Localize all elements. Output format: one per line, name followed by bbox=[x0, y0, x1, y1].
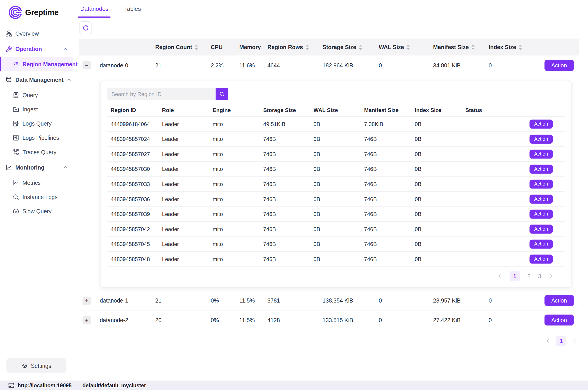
server-url[interactable]: http://localhost:19095 bbox=[18, 382, 71, 389]
region-action-button[interactable]: Action bbox=[530, 134, 553, 143]
sidebar: Greptime Overview bbox=[0, 0, 73, 381]
region-id-cell: 4483945857036 bbox=[111, 196, 162, 202]
sidebar-section-operation[interactable]: Operation bbox=[0, 41, 73, 57]
brand-logo[interactable]: Greptime bbox=[0, 0, 73, 26]
region-id-cell: 4483945857024 bbox=[111, 136, 162, 142]
datanode-row-1: + datanode-1 21 0% 11.5% 3781 138.354 Ki… bbox=[79, 291, 580, 310]
header-index-size[interactable]: Index Size bbox=[489, 44, 544, 50]
header-label: Region Rows bbox=[267, 44, 303, 50]
index-size-cell: 0B bbox=[415, 226, 466, 232]
search-icon bbox=[219, 91, 225, 97]
cluster-name[interactable]: default/default_mycluster bbox=[83, 382, 146, 389]
engine-cell: mito bbox=[213, 166, 263, 172]
header-region-count[interactable]: Region Count bbox=[155, 44, 211, 50]
datanodes-pagination: 1 bbox=[79, 330, 580, 346]
engine-cell: mito bbox=[213, 241, 263, 247]
tab-datanodes[interactable]: Datanodes bbox=[80, 6, 108, 18]
header-region-rows[interactable]: Region Rows bbox=[267, 44, 323, 50]
header-region-id: Region ID bbox=[111, 107, 162, 113]
sidebar-item-logs-pipelines[interactable]: Logs Pipelines bbox=[0, 131, 73, 145]
sidebar-item-label: Slow Query bbox=[23, 208, 52, 214]
region-action-button[interactable]: Action bbox=[530, 119, 553, 129]
region-search-button[interactable] bbox=[216, 88, 228, 100]
region-action-button[interactable]: Action bbox=[530, 240, 553, 248]
region-action-button[interactable]: Action bbox=[530, 164, 553, 173]
expand-row-button[interactable]: + bbox=[83, 316, 91, 324]
manifest-size-cell: 746B bbox=[364, 256, 415, 262]
tab-tables[interactable]: Tables bbox=[124, 6, 141, 18]
index-size-cell: 0 bbox=[489, 297, 544, 304]
collapse-row-button[interactable]: − bbox=[83, 61, 91, 69]
header-cpu: CPU bbox=[211, 44, 239, 50]
greptime-logo-icon bbox=[7, 4, 23, 20]
sort-icon bbox=[406, 45, 410, 49]
sidebar-item-metrics[interactable]: Metrics bbox=[0, 175, 73, 190]
index-size-cell: 0B bbox=[415, 166, 466, 172]
sidebar-item-region-management[interactable]: Region Management bbox=[0, 57, 73, 71]
sort-icon bbox=[519, 45, 522, 49]
header-label: CPU bbox=[211, 44, 223, 50]
region-row: 4483945857036 Leader mito 746B 0B 746B 0… bbox=[107, 192, 565, 207]
region-action-button[interactable]: Action bbox=[530, 209, 553, 218]
refresh-button[interactable] bbox=[79, 21, 92, 34]
engine-cell: mito bbox=[213, 211, 263, 217]
page-1[interactable]: 1 bbox=[556, 336, 566, 346]
refresh-icon bbox=[82, 25, 89, 31]
manifest-size-cell: 746B bbox=[364, 226, 415, 232]
sidebar-item-query[interactable]: Query bbox=[0, 88, 73, 102]
header-storage-size[interactable]: Storage Size bbox=[322, 44, 379, 50]
region-search-input[interactable] bbox=[107, 88, 216, 100]
region-action-button[interactable]: Action bbox=[530, 149, 553, 158]
expand-row-button[interactable]: + bbox=[83, 296, 91, 305]
region-action-button[interactable]: Action bbox=[530, 194, 553, 203]
sidebar-item-ingest[interactable]: Ingest bbox=[0, 102, 73, 116]
chevron-left-icon[interactable] bbox=[545, 339, 550, 343]
manifest-size-cell: 746B bbox=[364, 166, 415, 172]
sidebar-item-logs-query[interactable]: Logs Query bbox=[0, 116, 73, 131]
page-3[interactable]: 3 bbox=[538, 273, 541, 279]
manifest-size-cell: 28.957 KiB bbox=[433, 297, 489, 304]
region-rows-cell: 4644 bbox=[267, 62, 323, 68]
wal-size-cell: 0B bbox=[313, 121, 364, 127]
line-chart-icon bbox=[6, 164, 12, 170]
header-manifest-size: Manifest Size bbox=[364, 107, 415, 113]
region-id-cell: 4483945857027 bbox=[111, 151, 162, 157]
page-2[interactable]: 2 bbox=[527, 273, 531, 279]
sidebar-item-label: Region Management bbox=[23, 61, 78, 67]
datanode-action-button[interactable]: Action bbox=[544, 314, 574, 325]
sidebar-item-label: Traces Query bbox=[23, 148, 56, 155]
tab-label: Datanodes bbox=[80, 6, 108, 12]
sidebar-item-slow-query[interactable]: Slow Query bbox=[0, 204, 73, 218]
memory-cell: 11.5% bbox=[239, 317, 267, 323]
region-row: 4483945857024 Leader mito 746B 0B 746B 0… bbox=[107, 132, 565, 147]
wal-size-cell: 0 bbox=[379, 297, 433, 304]
storage-size-cell: 746B bbox=[263, 211, 314, 217]
region-id-cell: 4483945857042 bbox=[111, 226, 162, 232]
page-1[interactable]: 1 bbox=[510, 271, 520, 281]
sidebar-item-instance-logs[interactable]: Instance Logs bbox=[0, 190, 73, 204]
chevron-up-icon bbox=[63, 165, 68, 170]
sidebar-section-data-management[interactable]: Data Management bbox=[0, 71, 73, 88]
datanode-action-button[interactable]: Action bbox=[544, 295, 574, 306]
sidebar-item-overview[interactable]: Overview bbox=[0, 26, 73, 40]
sidebar-section-monitoring[interactable]: Monitoring bbox=[0, 159, 73, 175]
brand-name: Greptime bbox=[25, 8, 58, 17]
tab-bar: Datanodes Tables bbox=[74, 0, 588, 18]
chevron-left-icon[interactable] bbox=[497, 274, 502, 279]
wal-size-cell: 0B bbox=[313, 211, 364, 217]
role-cell: Leader bbox=[162, 136, 213, 142]
header-manifest-size[interactable]: Manifest Size bbox=[433, 44, 489, 50]
sidebar-item-traces-query[interactable]: Traces Query bbox=[0, 145, 73, 159]
region-action-button[interactable]: Action bbox=[530, 179, 553, 189]
sidebar-item-label: Ingest bbox=[23, 106, 38, 112]
header-wal-size[interactable]: WAL Size bbox=[379, 44, 433, 50]
chevron-right-icon[interactable] bbox=[548, 274, 553, 279]
chevron-right-icon[interactable] bbox=[572, 339, 577, 343]
datanode-action-button[interactable]: Action bbox=[544, 60, 574, 71]
header-role: Role bbox=[162, 107, 213, 113]
region-action-button[interactable]: Action bbox=[530, 254, 553, 264]
region-action-button[interactable]: Action bbox=[530, 224, 553, 233]
role-cell: Leader bbox=[162, 151, 213, 157]
region-row: 4483945857045 Leader mito 746B 0B 746B 0… bbox=[107, 237, 565, 252]
settings-button[interactable]: Settings bbox=[6, 358, 66, 373]
